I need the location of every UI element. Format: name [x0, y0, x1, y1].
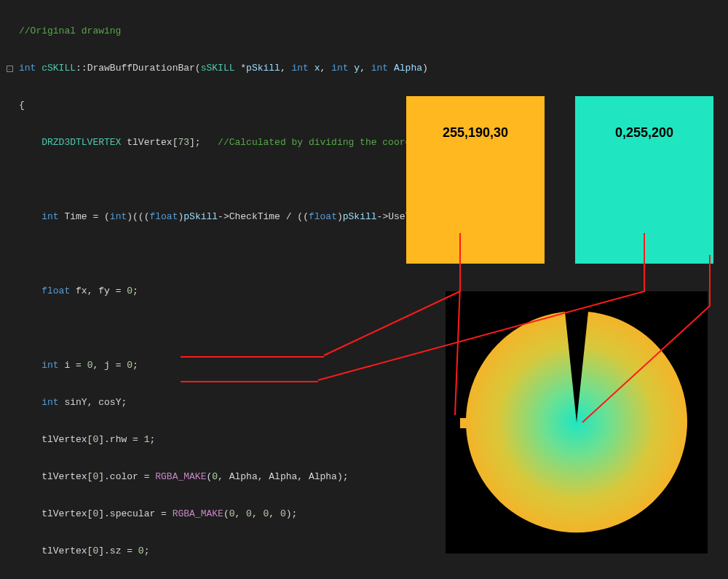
fold-toggle[interactable]: - [7, 66, 13, 72]
color-swatch-cyan: 0,255,200 [575, 96, 713, 264]
swatch-label: 0,255,200 [615, 125, 673, 140]
swatch-label: 255,190,30 [443, 125, 508, 140]
result-preview [446, 291, 708, 554]
comment: //Original drawing [19, 25, 121, 36]
color-swatch-orange: 255,190,30 [406, 96, 545, 264]
svg-rect-0 [460, 418, 470, 428]
